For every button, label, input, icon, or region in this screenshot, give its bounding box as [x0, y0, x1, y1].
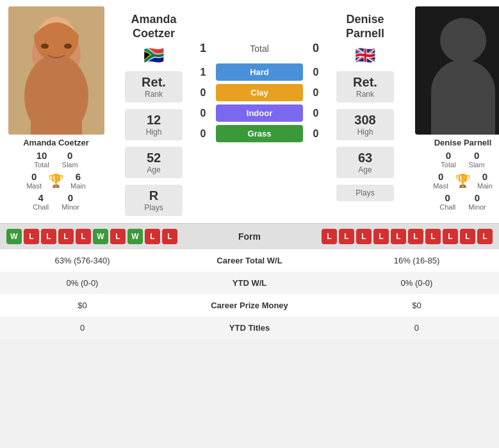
right-rank-box: Ret. Rank — [336, 71, 394, 103]
score-badge-3: Grass — [216, 125, 303, 142]
denise-photo — [415, 6, 500, 135]
right-total-score: 0 — [308, 42, 323, 55]
stats-row-0: 63% (576-340) Career Total W/L 16% (16-8… — [0, 249, 499, 272]
stats-row-1: 0% (0-0) YTD W/L 0% (0-0) — [0, 272, 499, 294]
form-left-badge-5: W — [93, 229, 108, 244]
form-right-badge-5: L — [408, 229, 423, 244]
left-center-stats: Amanda Coetzer 🇿🇦 Ret. Rank 12 High 52 A… — [112, 6, 195, 219]
right-slam-val: 0 — [474, 150, 479, 161]
denise-body-shape — [431, 60, 495, 135]
right-age-val: 63 — [349, 151, 381, 165]
left-high-box: 12 High — [125, 109, 183, 140]
right-main-label: Main — [477, 182, 493, 190]
stats-left-1: 0% (0-0) — [0, 272, 165, 294]
score-row-0: 1 Hard 0 — [195, 63, 323, 81]
svg-point-7 — [64, 44, 72, 49]
form-left-badges: WLLLLWLWLL — [6, 229, 209, 244]
score-row-3: 0 Grass 0 — [195, 125, 323, 142]
score-badge-2: Indoor — [216, 104, 303, 122]
form-section: WLLLLWLWLL Form LLLLLLLLLL — [0, 223, 499, 249]
form-left-badge-8: L — [145, 229, 160, 244]
form-left-badge-1: L — [24, 229, 39, 244]
left-rank-box: Ret. Rank — [125, 71, 183, 103]
total-label: Total — [211, 44, 308, 54]
left-mast-val: 0 — [31, 171, 37, 182]
scores-center: 1 Total 0 1 Hard 0 0 Clay 0 0 Indoor 0 0… — [195, 6, 323, 219]
left-plays-val: R — [138, 188, 170, 203]
stats-right-0: 16% (16-85) — [334, 249, 499, 272]
form-right-badge-7: L — [443, 229, 458, 244]
form-left-badge-7: W — [127, 229, 143, 244]
right-age-box: 63 Age — [336, 147, 394, 178]
stats-left-0: 63% (576-340) — [0, 249, 165, 272]
score-left-2: 0 — [195, 108, 211, 119]
stats-left-2: $0 — [0, 294, 165, 317]
stats-center-2: Career Prize Money — [165, 294, 334, 317]
left-age-val: 52 — [138, 151, 170, 165]
right-plays-box: Plays — [336, 185, 394, 201]
stats-center-1: YTD W/L — [165, 272, 334, 294]
stats-right-1: 0% (0-0) — [334, 272, 499, 294]
right-chall-label: Chall — [439, 203, 455, 211]
left-total-label: Total — [34, 161, 49, 169]
right-total-label: Total — [441, 161, 455, 169]
left-flag: 🇿🇦 — [143, 46, 164, 65]
left-player-name-center: Amanda Coetzer — [131, 13, 176, 40]
score-badge-0: Hard — [216, 63, 303, 81]
right-total-val: 0 — [446, 150, 451, 161]
stats-center-3: YTD Titles — [165, 317, 334, 339]
score-left-3: 0 — [195, 128, 211, 140]
right-chall-val: 0 — [445, 192, 450, 203]
right-age-label: Age — [349, 165, 381, 174]
form-left-badge-0: W — [6, 229, 22, 244]
stats-left-3: 0 — [0, 317, 165, 339]
right-minor-val: 0 — [475, 192, 480, 203]
right-minor-label: Minor — [468, 203, 486, 211]
left-rank-val: Ret. — [138, 75, 170, 90]
form-left-badge-2: L — [41, 229, 56, 244]
right-rank-label: Rank — [349, 90, 381, 99]
amanda-photo — [8, 6, 104, 135]
left-high-label: High — [138, 128, 170, 137]
stats-right-2: $0 — [334, 294, 499, 317]
form-right-badge-1: L — [339, 229, 354, 244]
score-right-0: 0 — [308, 67, 323, 78]
stats-row-2: $0 Career Prize Money $0 — [0, 294, 499, 317]
right-mast-label: Mast — [433, 182, 448, 190]
right-slam-label: Slam — [469, 161, 485, 169]
left-minor-label: Minor — [61, 203, 79, 211]
form-right-badge-3: L — [373, 229, 389, 244]
score-badge-1: Clay — [216, 84, 303, 101]
form-right-badge-6: L — [425, 229, 441, 244]
left-rank-label: Rank — [138, 90, 170, 99]
stats-table: 63% (576-340) Career Total W/L 16% (16-8… — [0, 249, 499, 339]
left-total-score: 1 — [195, 42, 211, 55]
form-left-badge-3: L — [58, 229, 74, 244]
right-player-name-center: DeniseParnell — [346, 13, 384, 40]
form-right-badge-8: L — [460, 229, 475, 244]
form-right-badge-4: L — [391, 229, 406, 244]
left-plays-label: Plays — [138, 203, 170, 212]
stats-center-0: Career Total W/L — [165, 249, 334, 272]
left-plays-box: R Plays — [125, 185, 183, 216]
left-total-val: 10 — [37, 150, 47, 161]
left-slam-val: 0 — [67, 150, 72, 161]
score-right-3: 0 — [308, 128, 323, 140]
left-chall-label: Chall — [33, 203, 49, 211]
form-label: Form — [211, 231, 288, 242]
svg-rect-5 — [31, 96, 82, 135]
left-main-label: Main — [70, 182, 86, 190]
score-left-1: 0 — [195, 87, 211, 99]
left-mast-label: Mast — [26, 182, 42, 190]
form-left-badge-4: L — [76, 229, 91, 244]
form-left-badge-9: L — [162, 229, 177, 244]
stats-right-3: 0 — [334, 317, 499, 339]
score-row-2: 0 Indoor 0 — [195, 104, 323, 122]
svg-point-6 — [41, 44, 49, 49]
left-player-name: Amanda Coetzer — [23, 138, 89, 147]
form-right-badge-9: L — [477, 229, 493, 244]
right-player-name: Denise Parnell — [434, 138, 492, 147]
left-minor-val: 0 — [68, 192, 73, 203]
form-left-badge-6: L — [110, 229, 126, 244]
right-main-val: 0 — [482, 171, 487, 182]
